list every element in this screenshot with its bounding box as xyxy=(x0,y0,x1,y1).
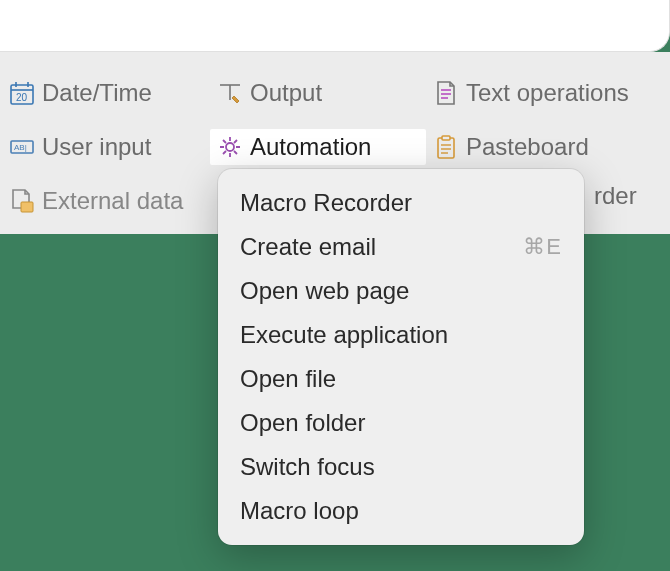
tool-label: User input xyxy=(42,135,151,159)
menu-create-email[interactable]: Create email ⌘E xyxy=(218,225,584,269)
tool-label: External data xyxy=(42,189,183,213)
output-icon xyxy=(216,79,244,107)
document-icon xyxy=(432,79,460,107)
menu-label: Open folder xyxy=(240,409,365,437)
input-field[interactable] xyxy=(0,0,670,52)
tool-label: Pasteboard xyxy=(466,135,589,159)
tool-label: Automation xyxy=(250,135,371,159)
gear-icon xyxy=(216,133,244,161)
svg-text:AB|: AB| xyxy=(14,143,27,152)
tool-user-input[interactable]: AB| User input xyxy=(2,129,210,165)
menu-macro-loop[interactable]: Macro loop xyxy=(218,489,584,533)
menu-execute-application[interactable]: Execute application xyxy=(218,313,584,357)
menu-shortcut: ⌘E xyxy=(523,234,562,260)
input-box-icon: AB| xyxy=(8,133,36,161)
menu-label: Open web page xyxy=(240,277,409,305)
tool-date-time[interactable]: 20 Date/Time xyxy=(2,75,210,111)
menu-open-file[interactable]: Open file xyxy=(218,357,584,401)
calendar-icon: 20 xyxy=(8,79,36,107)
toolbar-row: AB| User input Automation xyxy=(0,120,670,174)
svg-rect-13 xyxy=(438,138,454,158)
menu-label: Create email xyxy=(240,233,376,261)
menu-open-folder[interactable]: Open folder xyxy=(218,401,584,445)
menu-label: Macro loop xyxy=(240,497,359,525)
automation-dropdown: Macro Recorder Create email ⌘E Open web … xyxy=(218,169,584,545)
tool-label: Date/Time xyxy=(42,81,152,105)
external-data-icon xyxy=(8,187,36,215)
partial-text: rder xyxy=(594,182,637,210)
clipboard-icon xyxy=(432,133,460,161)
tool-pasteboard[interactable]: Pasteboard xyxy=(426,129,595,165)
svg-rect-18 xyxy=(21,202,33,212)
tool-automation[interactable]: Automation xyxy=(210,129,426,165)
svg-point-12 xyxy=(226,143,234,151)
menu-macro-recorder[interactable]: Macro Recorder xyxy=(218,181,584,225)
tool-label: Output xyxy=(250,81,322,105)
menu-label: Macro Recorder xyxy=(240,189,412,217)
svg-rect-14 xyxy=(442,136,450,140)
menu-label: Switch focus xyxy=(240,453,375,481)
menu-open-web-page[interactable]: Open web page xyxy=(218,269,584,313)
menu-label: Open file xyxy=(240,365,336,393)
tool-text-operations[interactable]: Text operations xyxy=(426,75,635,111)
svg-text:20: 20 xyxy=(16,92,28,103)
menu-label: Execute application xyxy=(240,321,448,349)
menu-switch-focus[interactable]: Switch focus xyxy=(218,445,584,489)
tool-external-data[interactable]: External data xyxy=(2,183,210,219)
toolbar-row: 20 Date/Time Output xyxy=(0,66,670,120)
tool-label: Text operations xyxy=(466,81,629,105)
tool-output[interactable]: Output xyxy=(210,75,426,111)
